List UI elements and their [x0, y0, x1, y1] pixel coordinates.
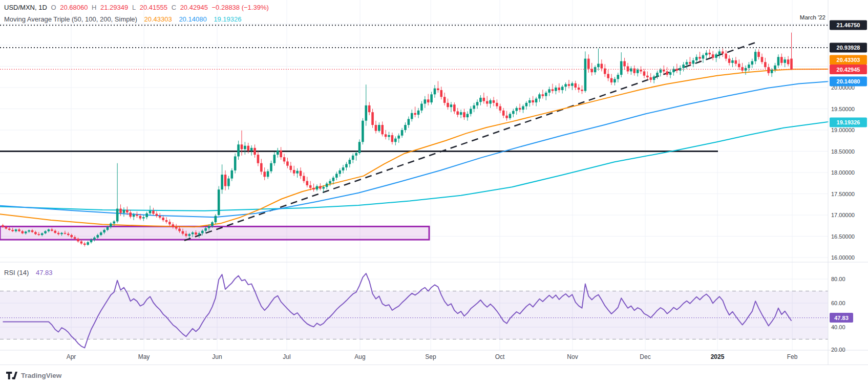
candle-body	[5, 227, 8, 228]
change-value: −0.28838 (−1.39%)	[212, 4, 269, 11]
candle-body	[453, 104, 456, 111]
candle-body	[362, 121, 364, 142]
candle-body	[77, 239, 79, 241]
price-tick-label: 17.00000	[831, 212, 855, 218]
candle-body	[156, 214, 158, 216]
price-tick-label: 17.50000	[831, 191, 855, 197]
candle-body	[8, 229, 11, 230]
candle-body	[470, 109, 472, 114]
candle-body	[185, 234, 187, 236]
candle-body	[761, 57, 764, 62]
candle-body	[83, 244, 86, 245]
candle-body	[751, 61, 754, 65]
candle-body	[338, 170, 341, 174]
candle-body	[663, 70, 665, 71]
ma100-value: 20.14080	[179, 15, 206, 23]
candle-body	[168, 222, 171, 224]
candle-body	[708, 53, 711, 54]
time-tick-label: Oct	[495, 353, 505, 360]
candle-body	[221, 175, 223, 189]
rsi-legend[interactable]: RSI (14) 47.83	[4, 269, 55, 276]
candle-body	[630, 69, 632, 72]
candle-body	[404, 125, 407, 130]
ma100-line[interactable]	[0, 81, 828, 217]
candle-body	[660, 70, 662, 73]
candle-body	[312, 188, 315, 189]
time-tick-label: 2025	[711, 353, 725, 360]
candle-body	[211, 222, 214, 226]
tradingview-logo[interactable]: TradingView	[6, 372, 61, 379]
time-scale[interactable]: AprMayJunJulAugSepOctNovDec2025Feb	[67, 353, 798, 360]
candle-body	[2, 225, 4, 227]
time-tick-label: Jun	[212, 353, 222, 360]
candle-body	[253, 148, 256, 155]
time-tick-label: Sep	[425, 353, 436, 360]
candle-body	[286, 161, 289, 165]
candle-body	[397, 136, 400, 139]
candle-body	[424, 99, 427, 103]
candle-body	[273, 155, 276, 163]
candle-body	[408, 119, 410, 125]
candle-body	[51, 229, 53, 230]
rsi-legend-label: RSI (14)	[4, 269, 29, 276]
candle-body	[280, 151, 282, 157]
candle-body	[552, 89, 554, 91]
candle-body	[571, 83, 574, 86]
candle-body	[669, 72, 672, 75]
tradingview-icon	[6, 372, 17, 379]
candle-body	[352, 156, 354, 160]
candle-body	[509, 114, 512, 118]
candle-body	[555, 88, 557, 91]
low-label: L	[132, 4, 136, 11]
tradingview-chart-window: March '2220.0000019.5000019.0000018.5000…	[0, 0, 868, 385]
ma-legend[interactable]: Moving Average Triple (50, 100, 200, Sim…	[4, 15, 243, 23]
candle-body	[712, 54, 714, 58]
candle-body	[489, 100, 492, 104]
footer-toolbar: TradingView	[0, 365, 868, 385]
candle-body	[250, 148, 253, 151]
candle-body	[695, 57, 698, 60]
candle-body	[358, 142, 361, 153]
candle-body	[224, 175, 227, 186]
candle-body	[70, 235, 73, 237]
time-tick-label: Jul	[283, 353, 290, 360]
candle-body	[365, 105, 367, 121]
candle-body	[587, 59, 590, 69]
candle-body	[218, 189, 220, 215]
candle-body	[67, 234, 70, 235]
candle-body	[126, 210, 129, 212]
candle-body	[25, 231, 27, 233]
candle-body	[505, 116, 508, 118]
rsi-band	[0, 291, 828, 339]
candle-body	[208, 226, 210, 228]
candle-body	[149, 211, 152, 213]
candle-body	[178, 229, 181, 231]
candle-body	[116, 209, 119, 222]
candle-body	[715, 54, 717, 58]
candle-body	[548, 89, 551, 93]
symbol-legend[interactable]: USD/MXN, 1D O 20.68060 H 21.29349 L 20.4…	[4, 4, 271, 11]
candle-body	[267, 172, 269, 177]
candle-body	[378, 125, 380, 131]
time-tick-label: Aug	[354, 353, 365, 360]
candle-body	[728, 59, 731, 63]
candle-body	[319, 186, 322, 189]
candle-body	[11, 230, 14, 231]
candle-body	[564, 84, 567, 87]
candle-body	[774, 66, 776, 70]
candle-body	[640, 70, 642, 71]
price-chart[interactable]: March '2220.0000019.5000019.0000018.5000…	[0, 0, 868, 365]
candle-body	[656, 73, 659, 76]
candle-body	[401, 130, 404, 136]
candle-body	[757, 52, 760, 57]
candle-body	[417, 111, 420, 115]
candlestick-series[interactable]	[2, 33, 793, 247]
ma200-line[interactable]	[0, 122, 828, 211]
candle-body	[371, 112, 374, 125]
candle-body	[195, 232, 197, 234]
candle-body	[375, 125, 377, 131]
candle-body	[777, 57, 780, 66]
candle-body	[335, 174, 338, 177]
ma50-line[interactable]	[0, 69, 828, 227]
rsi-tick-label: 80.00	[831, 276, 845, 282]
